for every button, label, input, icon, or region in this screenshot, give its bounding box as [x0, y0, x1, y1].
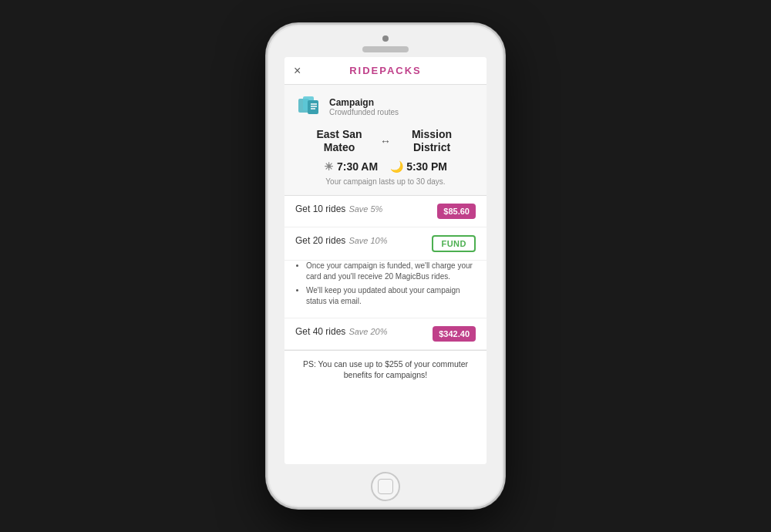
pack-20-fund-button[interactable]: FUND	[432, 235, 476, 252]
campaign-title: Campaign	[329, 97, 399, 108]
campaign-header: Campaign Crowdfunded routes	[295, 93, 476, 120]
pack-40-label-main: Get 40 rides	[295, 326, 345, 337]
app-title: RIDEPACKS	[349, 65, 422, 76]
pack-10-save: Save 5%	[348, 204, 382, 214]
svg-rect-2	[308, 100, 318, 114]
pack-detail-2: We'll keep you updated about your campai…	[306, 285, 476, 307]
pack-40-save: Save 20%	[348, 327, 387, 336]
campaign-subtitle: Crowdfunded routes	[329, 108, 399, 116]
sun-icon: ☀	[324, 160, 334, 173]
evening-time-label: 5:30 PM	[406, 160, 447, 173]
phone-top-bar	[268, 25, 503, 52]
pack-20-label-main: Get 20 rides	[295, 235, 345, 246]
pack-row-20: Get 20 rides Save 10% FUND	[284, 227, 487, 261]
pack-row-10: Get 10 rides Save 5% $85.60	[284, 196, 487, 227]
pack-10-buy-button[interactable]: $85.60	[437, 204, 476, 219]
title-suffix: CKS	[396, 65, 421, 76]
moon-icon: 🌙	[390, 160, 403, 173]
campaign-icon	[295, 93, 323, 120]
phone-camera	[382, 35, 389, 42]
pack-20-save: Save 10%	[348, 236, 387, 245]
route-arrow: ↔	[380, 135, 391, 147]
times-row: ☀ 7:30 AM 🌙 5:30 PM	[295, 160, 476, 173]
title-accent: A	[387, 65, 396, 76]
close-button[interactable]: ×	[294, 64, 301, 78]
phone-frame: × RIDEPACKS Campaign Crowdfunded	[266, 23, 505, 509]
route-to: Mission District	[397, 128, 466, 154]
pack-10-label-main: Get 10 rides	[295, 204, 345, 214]
campaign-note: Your campaign lasts up to 30 days.	[295, 177, 476, 186]
phone-screen: × RIDEPACKS Campaign Crowdfunded	[284, 57, 487, 464]
title-prefix: RIDEP	[349, 65, 387, 76]
pack-detail-1: Once your campaign is funded, we'll char…	[306, 261, 476, 282]
packs-list: Get 10 rides Save 5% $85.60 Get 20 rides…	[284, 196, 487, 464]
pack-20-label: Get 20 rides Save 10%	[295, 235, 432, 246]
evening-time: 🌙 5:30 PM	[390, 160, 447, 173]
ps-note-text: PS: You can use up to $255 of your commu…	[295, 359, 476, 381]
campaign-info: Campaign Crowdfunded routes	[329, 97, 399, 116]
route-row: East San Mateo ↔ Mission District	[295, 128, 476, 154]
pack-40-label: Get 40 rides Save 20%	[295, 326, 433, 337]
pack-20-details: Once your campaign is funded, we'll char…	[284, 261, 487, 318]
pack-40-buy-button[interactable]: $342.40	[433, 326, 476, 342]
ps-note: PS: You can use up to $255 of your commu…	[284, 350, 487, 389]
campaign-card: Campaign Crowdfunded routes East San Mat…	[284, 85, 487, 196]
route-from: East San Mateo	[305, 128, 374, 154]
morning-time: ☀ 7:30 AM	[324, 160, 378, 173]
morning-time-label: 7:30 AM	[337, 160, 378, 173]
pack-10-label: Get 10 rides Save 5%	[295, 204, 437, 214]
pack-row-40: Get 40 rides Save 20% $342.40	[284, 318, 487, 350]
app-header: × RIDEPACKS	[284, 57, 487, 85]
phone-speaker	[362, 46, 409, 52]
phone-home-button[interactable]	[371, 472, 400, 501]
phone-home-inner	[378, 479, 393, 494]
